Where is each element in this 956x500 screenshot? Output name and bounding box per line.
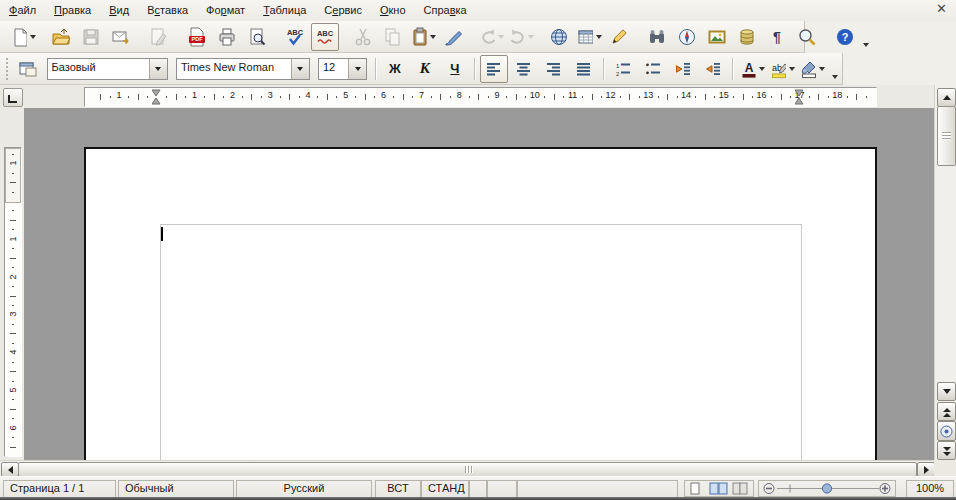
margin-marker[interactable] xyxy=(795,89,804,107)
menu-item-help[interactable]: Справка xyxy=(415,0,476,21)
background-color-button[interactable] xyxy=(798,55,826,83)
status-insert-mode[interactable]: ВСТ xyxy=(375,480,421,498)
menu-item-tools[interactable]: Сервис xyxy=(315,0,371,21)
scroll-up-button[interactable] xyxy=(937,88,956,107)
redo-dropdown-icon[interactable] xyxy=(528,35,534,39)
paste-dropdown-icon[interactable] xyxy=(430,35,436,39)
highlighting-button[interactable]: ab xyxy=(768,55,796,83)
menu-item-insert[interactable]: Вставка xyxy=(138,0,197,21)
horizontal-ruler[interactable]: 1234567891011121314151617181 xyxy=(84,87,877,107)
page-preview-button[interactable] xyxy=(243,23,271,51)
bullet-list-button[interactable] xyxy=(639,55,667,83)
align-right-button[interactable] xyxy=(540,55,568,83)
draw-functions-button[interactable] xyxy=(605,23,633,51)
menu-item-file[interactable]: Файл xyxy=(0,0,45,21)
previous-page-button[interactable] xyxy=(937,402,956,421)
margin-marker[interactable] xyxy=(152,89,161,107)
paste-button[interactable] xyxy=(409,23,437,51)
save-button[interactable] xyxy=(77,23,105,51)
table-dropdown-icon[interactable] xyxy=(596,35,602,39)
chevron-down-icon[interactable] xyxy=(291,59,309,79)
highlighting-dropdown-icon[interactable] xyxy=(789,67,795,71)
status-language[interactable]: Русский xyxy=(236,480,372,498)
status-signature[interactable] xyxy=(487,480,517,498)
status-document-modified[interactable] xyxy=(469,480,487,498)
gallery-button[interactable] xyxy=(703,23,731,51)
justify-button[interactable] xyxy=(570,55,598,83)
status-page-style[interactable]: Обычный xyxy=(118,480,234,498)
font-size-combo[interactable]: 12 xyxy=(318,58,367,80)
hyperlink-button[interactable] xyxy=(545,23,573,51)
navigation-button[interactable] xyxy=(937,421,956,441)
nonprinting-characters-button[interactable]: ¶ xyxy=(763,23,791,51)
spellcheck-button[interactable]: ABC xyxy=(281,23,309,51)
single-page-view-button[interactable] xyxy=(691,483,699,494)
vertical-ruler[interactable]: 1234561 xyxy=(4,147,22,457)
format-paintbrush-button[interactable] xyxy=(439,23,467,51)
status-section[interactable] xyxy=(517,480,678,498)
paragraph-style-value[interactable]: Базовый xyxy=(48,59,149,79)
menu-item-view[interactable]: Вид xyxy=(100,0,138,21)
menu-item-edit[interactable]: Правка xyxy=(45,0,100,21)
status-zoom-value[interactable]: 100% xyxy=(906,480,954,498)
menu-item-table[interactable]: Таблица xyxy=(254,0,315,21)
numbered-list-button[interactable]: 12 xyxy=(609,55,637,83)
new-document-button[interactable] xyxy=(9,23,37,51)
multi-page-view-button[interactable] xyxy=(710,483,727,494)
increase-indent-button[interactable] xyxy=(699,55,727,83)
close-icon[interactable]: ✕ xyxy=(936,1,947,16)
zoom-in-button[interactable] xyxy=(880,484,890,494)
chevron-down-icon[interactable] xyxy=(149,59,167,79)
zoom-slider-thumb[interactable] xyxy=(822,484,831,493)
help-button[interactable]: ? xyxy=(831,23,859,51)
align-left-button[interactable] xyxy=(480,55,508,83)
export-pdf-button[interactable]: PDF xyxy=(183,23,211,51)
styles-window-button[interactable] xyxy=(14,55,42,83)
font-color-button[interactable]: A xyxy=(738,55,766,83)
navigator-button[interactable] xyxy=(673,23,701,51)
font-name-combo[interactable]: Times New Roman xyxy=(176,58,310,80)
next-page-button[interactable] xyxy=(937,441,956,460)
toolbar-options-button[interactable] xyxy=(827,53,840,84)
scroll-right-button[interactable] xyxy=(917,462,935,477)
scroll-left-button[interactable] xyxy=(1,462,19,477)
decrease-indent-button[interactable] xyxy=(669,55,697,83)
font-size-value[interactable]: 12 xyxy=(319,59,348,79)
toolbar-options-button[interactable] xyxy=(860,21,869,52)
new-document-dropdown-icon[interactable] xyxy=(30,35,36,39)
find-replace-button[interactable] xyxy=(643,23,671,51)
document-page[interactable] xyxy=(84,147,877,460)
auto-spellcheck-button[interactable]: ABC xyxy=(311,23,339,51)
italic-button[interactable]: К xyxy=(411,55,439,83)
redo-button[interactable] xyxy=(507,23,535,51)
font-name-value[interactable]: Times New Roman xyxy=(177,59,291,79)
copy-button[interactable] xyxy=(379,23,407,51)
undo-dropdown-icon[interactable] xyxy=(498,35,504,39)
print-button[interactable] xyxy=(213,23,241,51)
undo-button[interactable] xyxy=(477,23,505,51)
cut-button[interactable] xyxy=(349,23,377,51)
chevron-down-icon[interactable] xyxy=(348,59,366,79)
underline-button[interactable]: Ч xyxy=(441,55,469,83)
align-center-button[interactable] xyxy=(510,55,538,83)
book-view-button[interactable] xyxy=(733,483,747,494)
scroll-down-button[interactable] xyxy=(937,382,956,401)
zoom-out-button[interactable] xyxy=(764,484,774,494)
horizontal-scrollbar[interactable] xyxy=(0,460,934,477)
open-button[interactable] xyxy=(47,23,75,51)
horizontal-scrollbar-thumb[interactable] xyxy=(18,462,917,477)
zoom-button[interactable] xyxy=(793,23,821,51)
table-button[interactable] xyxy=(575,23,603,51)
menu-item-format[interactable]: Формат xyxy=(197,0,254,21)
background-color-dropdown-icon[interactable] xyxy=(819,67,825,71)
font-color-dropdown-icon[interactable] xyxy=(759,67,765,71)
status-selection-mode[interactable]: СТАНД xyxy=(421,480,469,498)
data-sources-button[interactable] xyxy=(733,23,761,51)
status-page-number[interactable]: Страница 1 / 1 xyxy=(3,480,116,498)
bold-button[interactable]: Ж xyxy=(381,55,409,83)
vertical-scrollbar[interactable] xyxy=(934,85,956,460)
mail-document-button[interactable] xyxy=(107,23,135,51)
vertical-scrollbar-thumb[interactable] xyxy=(937,106,956,166)
tab-stop-selector-button[interactable] xyxy=(3,88,23,107)
edit-file-button[interactable] xyxy=(145,23,173,51)
